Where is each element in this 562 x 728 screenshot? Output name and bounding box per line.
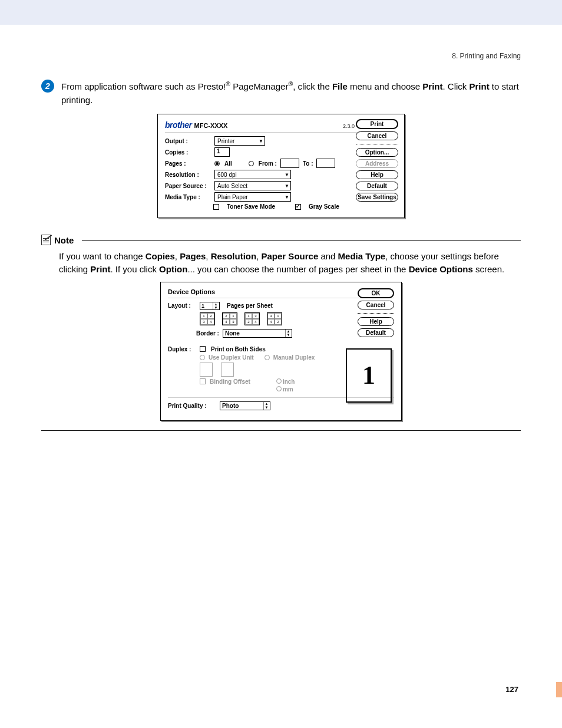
step-2: 2 From application software such as Pres… bbox=[41, 80, 521, 107]
copies-label: Copies : bbox=[165, 149, 211, 156]
manual-duplex-label: Manual Duplex bbox=[273, 354, 315, 361]
border-select[interactable]: None▲▼ bbox=[223, 329, 292, 338]
brand-logo: brother bbox=[165, 120, 192, 130]
layout-icon-1[interactable]: 1234 bbox=[200, 312, 215, 325]
manual-duplex-radio bbox=[265, 355, 270, 360]
use-duplex-label: Use Duplex Unit bbox=[209, 354, 254, 361]
version-label: 2.3.0 bbox=[343, 123, 355, 129]
print-both-sides-label: Print on Both Sides bbox=[211, 346, 266, 353]
inch-label: inch bbox=[283, 378, 295, 385]
resolution-select[interactable]: 600 dpi▼ bbox=[214, 170, 291, 179]
border-label: Border : bbox=[196, 330, 219, 337]
output-select[interactable]: Printer▼ bbox=[214, 136, 265, 146]
note-body: If you want to change Copies, Pages, Res… bbox=[59, 250, 521, 276]
copies-input[interactable]: 1 bbox=[214, 147, 230, 157]
pages-from-input[interactable] bbox=[280, 159, 299, 168]
binding-offset-label: Binding Offset bbox=[210, 378, 250, 385]
divider-2 bbox=[358, 313, 394, 314]
use-duplex-radio bbox=[200, 355, 205, 360]
pages-all-radio[interactable] bbox=[214, 161, 220, 166]
note-title: Note bbox=[54, 235, 74, 245]
closing-rule bbox=[41, 430, 521, 431]
device-options-dialog: Device Options Layout : 1▲▼ Pages per Sh… bbox=[160, 282, 402, 421]
layout-icon-2[interactable]: 2143 bbox=[222, 312, 237, 325]
duplex-icon-1 bbox=[200, 363, 213, 377]
step-text: From application software such as Presto… bbox=[61, 80, 521, 107]
gray-scale-label: Gray Scale bbox=[309, 203, 339, 210]
pages-label: Pages : bbox=[165, 160, 211, 167]
print-quality-select[interactable]: Photo▲▼ bbox=[220, 401, 270, 410]
gray-scale-checkbox[interactable]: ✓ bbox=[295, 204, 301, 210]
page-preview: 1 bbox=[346, 348, 392, 403]
layout-icon-3[interactable]: 1324 bbox=[244, 312, 260, 325]
pages-all-label: All bbox=[224, 160, 232, 167]
address-button: Address bbox=[356, 159, 398, 168]
print-quality-label: Print Quality : bbox=[168, 403, 216, 409]
note-rule bbox=[82, 240, 521, 241]
paper-source-label: Paper Source : bbox=[165, 183, 211, 189]
section-header: 8. Printing and Faxing bbox=[452, 52, 521, 60]
top-accent-bar bbox=[0, 0, 562, 25]
step-number-badge: 2 bbox=[41, 80, 54, 93]
media-type-label: Media Type : bbox=[165, 194, 211, 200]
pages-to-input[interactable] bbox=[316, 159, 335, 168]
pages-to-label: To : bbox=[303, 160, 313, 167]
layout-icon-4[interactable]: 3142 bbox=[267, 312, 282, 325]
resolution-label: Resolution : bbox=[165, 172, 211, 178]
layout-label: Layout : bbox=[168, 302, 196, 309]
pages-per-sheet-label: Pages per Sheet bbox=[227, 302, 273, 309]
output-label: Output : bbox=[165, 138, 211, 144]
default-button-2[interactable]: Default bbox=[358, 328, 394, 337]
toner-save-label: Toner Save Mode bbox=[227, 203, 275, 210]
print-both-sides-checkbox[interactable] bbox=[200, 346, 206, 352]
cancel-button-2[interactable]: Cancel bbox=[358, 301, 394, 309]
mm-label: mm bbox=[283, 386, 293, 393]
duplex-icon-2 bbox=[221, 363, 234, 377]
duplex-label: Duplex : bbox=[168, 346, 196, 353]
save-settings-button[interactable]: Save Settings bbox=[356, 193, 398, 202]
option-button[interactable]: Option... bbox=[356, 148, 398, 157]
pages-from-radio[interactable] bbox=[249, 161, 254, 166]
paper-source-select[interactable]: Auto Select▼ bbox=[214, 181, 291, 190]
media-type-select[interactable]: Plain Paper▼ bbox=[214, 192, 291, 202]
divider bbox=[356, 144, 398, 144]
default-button[interactable]: Default bbox=[356, 182, 398, 190]
page-tab-indicator bbox=[556, 682, 562, 697]
model-label: MFC-XXXX bbox=[194, 122, 228, 129]
inch-radio bbox=[276, 378, 282, 384]
pages-from-label: From : bbox=[259, 160, 277, 167]
mm-radio bbox=[276, 386, 282, 391]
print-dialog: brother MFC-XXXX 2.3.0 Output : Printer▼… bbox=[157, 114, 405, 218]
cancel-button[interactable]: Cancel bbox=[356, 131, 398, 140]
page-number: 127 bbox=[505, 685, 518, 694]
help-button-2[interactable]: Help bbox=[358, 317, 394, 326]
binding-offset-checkbox bbox=[200, 378, 206, 384]
help-button[interactable]: Help bbox=[356, 170, 398, 179]
toner-save-checkbox[interactable] bbox=[213, 204, 219, 210]
ok-button[interactable]: OK bbox=[358, 288, 394, 298]
layout-stepper[interactable]: 1▲▼ bbox=[200, 302, 220, 310]
note-icon bbox=[41, 235, 51, 245]
print-button[interactable]: Print bbox=[356, 119, 398, 129]
